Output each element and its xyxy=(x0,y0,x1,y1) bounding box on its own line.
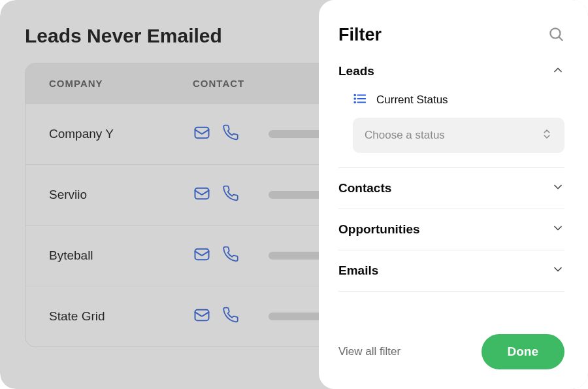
chevron-down-icon xyxy=(551,222,564,237)
section-title: Leads xyxy=(338,64,374,78)
svg-point-9 xyxy=(354,95,355,96)
section-title: Opportunities xyxy=(338,222,420,237)
cell-company: Byteball xyxy=(49,248,193,263)
done-button[interactable]: Done xyxy=(482,334,565,369)
svg-rect-2 xyxy=(195,249,209,260)
section-title: Contacts xyxy=(338,181,391,195)
filter-section-header-emails[interactable]: Emails xyxy=(338,250,564,291)
svg-line-5 xyxy=(559,37,563,40)
filter-section-header-opportunities[interactable]: Opportunities xyxy=(338,209,564,250)
chevron-down-icon xyxy=(551,263,564,279)
filter-panel: Filter Leads Current Status xyxy=(319,0,588,389)
th-company: COMPANY xyxy=(49,78,193,89)
phone-icon[interactable] xyxy=(223,124,240,144)
list-icon xyxy=(353,92,367,109)
select-sort-icon xyxy=(541,128,553,143)
phone-icon[interactable] xyxy=(223,307,240,326)
filter-title: Filter xyxy=(338,25,382,45)
phone-icon[interactable] xyxy=(223,185,240,205)
filter-section-emails: Emails xyxy=(338,250,564,292)
cell-company: Serviio xyxy=(49,188,193,202)
filter-section-contacts: Contacts xyxy=(338,168,564,209)
svg-point-11 xyxy=(354,102,355,103)
email-icon[interactable] xyxy=(193,124,211,144)
svg-rect-0 xyxy=(195,127,209,138)
filter-section-header-contacts[interactable]: Contacts xyxy=(338,168,564,209)
chevron-up-icon xyxy=(551,63,564,79)
svg-point-10 xyxy=(354,98,355,99)
view-all-filter-link[interactable]: View all filter xyxy=(338,345,400,358)
filter-section-leads: Leads Current Status Choose a status xyxy=(338,62,564,168)
svg-rect-3 xyxy=(195,310,209,320)
section-title: Emails xyxy=(338,263,378,278)
svg-rect-1 xyxy=(195,188,209,199)
phone-icon[interactable] xyxy=(223,246,240,265)
cell-company: Company Y xyxy=(49,127,193,141)
filter-section-header-leads[interactable]: Leads xyxy=(338,62,564,92)
email-icon[interactable] xyxy=(193,184,211,205)
email-icon[interactable] xyxy=(193,306,211,327)
status-select[interactable]: Choose a status xyxy=(353,118,564,153)
filter-section-opportunities: Opportunities xyxy=(338,209,564,250)
cell-company: State Grid xyxy=(49,309,193,324)
email-icon[interactable] xyxy=(193,245,211,266)
field-label-current-status: Current Status xyxy=(376,93,448,107)
chevron-down-icon xyxy=(551,180,564,196)
search-icon[interactable] xyxy=(547,25,564,45)
select-placeholder: Choose a status xyxy=(365,129,445,142)
